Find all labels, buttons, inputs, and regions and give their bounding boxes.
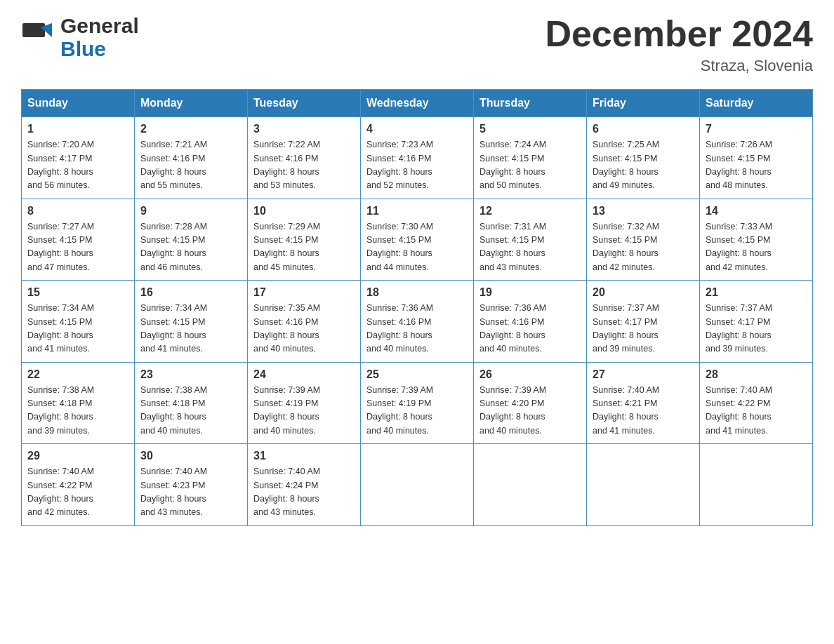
calendar-cell: 9 Sunrise: 7:28 AM Sunset: 4:15 PM Dayli… xyxy=(135,199,248,281)
day-info: Sunrise: 7:31 AM Sunset: 4:15 PM Dayligh… xyxy=(479,220,581,275)
calendar-cell: 10 Sunrise: 7:29 AM Sunset: 4:15 PM Dayl… xyxy=(248,199,361,281)
calendar-header-row: Sunday Monday Tuesday Wednesday Thursday… xyxy=(22,90,813,117)
day-info: Sunrise: 7:40 AM Sunset: 4:21 PM Dayligh… xyxy=(593,384,694,438)
header-friday: Friday xyxy=(587,90,700,117)
day-number: 15 xyxy=(27,286,128,299)
day-info: Sunrise: 7:37 AM Sunset: 4:17 PM Dayligh… xyxy=(706,302,807,356)
day-number: 30 xyxy=(140,450,241,462)
calendar-cell: 20 Sunrise: 7:37 AM Sunset: 4:17 PM Dayl… xyxy=(587,281,700,363)
day-number: 17 xyxy=(253,286,355,299)
day-info: Sunrise: 7:23 AM Sunset: 4:16 PM Dayligh… xyxy=(366,138,468,193)
calendar-cell xyxy=(361,444,474,526)
day-number: 31 xyxy=(253,450,355,462)
month-title: December 2024 xyxy=(545,14,813,54)
logo-icon xyxy=(21,18,60,57)
day-info: Sunrise: 7:39 AM Sunset: 4:19 PM Dayligh… xyxy=(366,384,468,438)
day-number: 7 xyxy=(706,123,807,135)
day-info: Sunrise: 7:38 AM Sunset: 4:18 PM Dayligh… xyxy=(27,384,128,438)
header-tuesday: Tuesday xyxy=(248,90,361,117)
day-number: 18 xyxy=(366,286,468,299)
calendar-cell: 26 Sunrise: 7:39 AM Sunset: 4:20 PM Dayl… xyxy=(474,362,587,444)
day-number: 29 xyxy=(27,450,128,462)
day-info: Sunrise: 7:30 AM Sunset: 4:15 PM Dayligh… xyxy=(366,220,468,275)
calendar-cell xyxy=(474,444,587,526)
calendar-cell xyxy=(587,444,700,526)
day-number: 20 xyxy=(593,286,694,299)
calendar-cell: 31 Sunrise: 7:40 AM Sunset: 4:24 PM Dayl… xyxy=(248,444,361,526)
calendar-table: Sunday Monday Tuesday Wednesday Thursday… xyxy=(21,89,813,526)
calendar-cell: 6 Sunrise: 7:25 AM Sunset: 4:15 PM Dayli… xyxy=(587,117,700,199)
calendar-cell: 14 Sunrise: 7:33 AM Sunset: 4:15 PM Dayl… xyxy=(700,199,813,281)
day-info: Sunrise: 7:40 AM Sunset: 4:22 PM Dayligh… xyxy=(706,384,807,438)
calendar-cell: 21 Sunrise: 7:37 AM Sunset: 4:17 PM Dayl… xyxy=(700,281,813,363)
calendar-cell: 8 Sunrise: 7:27 AM Sunset: 4:15 PM Dayli… xyxy=(22,199,135,281)
calendar-cell xyxy=(700,444,813,526)
day-info: Sunrise: 7:39 AM Sunset: 4:19 PM Dayligh… xyxy=(253,384,355,438)
calendar-cell: 5 Sunrise: 7:24 AM Sunset: 4:15 PM Dayli… xyxy=(474,117,587,199)
calendar-cell: 7 Sunrise: 7:26 AM Sunset: 4:15 PM Dayli… xyxy=(700,117,813,199)
week-row-5: 29 Sunrise: 7:40 AM Sunset: 4:22 PM Dayl… xyxy=(22,444,813,526)
day-number: 27 xyxy=(593,368,694,381)
day-number: 16 xyxy=(140,286,241,299)
day-number: 25 xyxy=(366,368,468,381)
calendar-cell: 23 Sunrise: 7:38 AM Sunset: 4:18 PM Dayl… xyxy=(135,362,248,444)
calendar-cell: 13 Sunrise: 7:32 AM Sunset: 4:15 PM Dayl… xyxy=(587,199,700,281)
calendar-cell: 29 Sunrise: 7:40 AM Sunset: 4:22 PM Dayl… xyxy=(22,444,135,526)
day-info: Sunrise: 7:35 AM Sunset: 4:16 PM Dayligh… xyxy=(253,302,355,356)
logo-blue-text: Blue xyxy=(60,37,139,60)
day-number: 2 xyxy=(140,123,241,135)
location-subtitle: Straza, Slovenia xyxy=(545,57,813,75)
header-saturday: Saturday xyxy=(700,90,813,117)
calendar-cell: 18 Sunrise: 7:36 AM Sunset: 4:16 PM Dayl… xyxy=(361,281,474,363)
day-number: 26 xyxy=(479,368,581,381)
title-section: December 2024 Straza, Slovenia xyxy=(545,14,813,75)
calendar-cell: 16 Sunrise: 7:34 AM Sunset: 4:15 PM Dayl… xyxy=(135,281,248,363)
calendar-cell: 28 Sunrise: 7:40 AM Sunset: 4:22 PM Dayl… xyxy=(700,362,813,444)
day-number: 10 xyxy=(253,205,355,217)
day-number: 12 xyxy=(479,205,581,217)
calendar-cell: 11 Sunrise: 7:30 AM Sunset: 4:15 PM Dayl… xyxy=(361,199,474,281)
day-number: 19 xyxy=(479,286,581,299)
day-info: Sunrise: 7:39 AM Sunset: 4:20 PM Dayligh… xyxy=(479,384,581,438)
day-number: 14 xyxy=(706,205,807,217)
calendar-cell: 4 Sunrise: 7:23 AM Sunset: 4:16 PM Dayli… xyxy=(361,117,474,199)
logo-text-group: General Blue xyxy=(60,14,139,60)
calendar-cell: 1 Sunrise: 7:20 AM Sunset: 4:17 PM Dayli… xyxy=(22,117,135,199)
day-info: Sunrise: 7:34 AM Sunset: 4:15 PM Dayligh… xyxy=(27,302,128,356)
day-info: Sunrise: 7:26 AM Sunset: 4:15 PM Dayligh… xyxy=(706,138,807,193)
day-info: Sunrise: 7:34 AM Sunset: 4:15 PM Dayligh… xyxy=(140,302,241,356)
day-info: Sunrise: 7:40 AM Sunset: 4:24 PM Dayligh… xyxy=(253,465,355,520)
day-info: Sunrise: 7:25 AM Sunset: 4:15 PM Dayligh… xyxy=(593,138,694,193)
day-info: Sunrise: 7:37 AM Sunset: 4:17 PM Dayligh… xyxy=(593,302,694,356)
week-row-3: 15 Sunrise: 7:34 AM Sunset: 4:15 PM Dayl… xyxy=(22,281,813,363)
logo: General Blue xyxy=(21,14,139,60)
day-info: Sunrise: 7:40 AM Sunset: 4:22 PM Dayligh… xyxy=(27,465,128,520)
logo-general-text: General xyxy=(60,14,139,37)
day-number: 3 xyxy=(253,123,355,135)
header-sunday: Sunday xyxy=(22,90,135,117)
calendar-cell: 2 Sunrise: 7:21 AM Sunset: 4:16 PM Dayli… xyxy=(135,117,248,199)
day-info: Sunrise: 7:21 AM Sunset: 4:16 PM Dayligh… xyxy=(140,138,241,193)
day-info: Sunrise: 7:36 AM Sunset: 4:16 PM Dayligh… xyxy=(479,302,581,356)
day-number: 5 xyxy=(479,123,581,135)
calendar-cell: 30 Sunrise: 7:40 AM Sunset: 4:23 PM Dayl… xyxy=(135,444,248,526)
week-row-4: 22 Sunrise: 7:38 AM Sunset: 4:18 PM Dayl… xyxy=(22,362,813,444)
calendar-cell: 15 Sunrise: 7:34 AM Sunset: 4:15 PM Dayl… xyxy=(22,281,135,363)
calendar-cell: 22 Sunrise: 7:38 AM Sunset: 4:18 PM Dayl… xyxy=(22,362,135,444)
day-info: Sunrise: 7:33 AM Sunset: 4:15 PM Dayligh… xyxy=(706,220,807,275)
day-number: 24 xyxy=(253,368,355,381)
day-info: Sunrise: 7:38 AM Sunset: 4:18 PM Dayligh… xyxy=(140,384,241,438)
page-header: General Blue December 2024 Straza, Slove… xyxy=(21,14,813,75)
day-info: Sunrise: 7:32 AM Sunset: 4:15 PM Dayligh… xyxy=(593,220,694,275)
day-number: 1 xyxy=(27,123,128,135)
day-info: Sunrise: 7:36 AM Sunset: 4:16 PM Dayligh… xyxy=(366,302,468,356)
day-number: 4 xyxy=(366,123,468,135)
day-number: 22 xyxy=(27,368,128,381)
day-info: Sunrise: 7:20 AM Sunset: 4:17 PM Dayligh… xyxy=(27,138,128,193)
calendar-cell: 27 Sunrise: 7:40 AM Sunset: 4:21 PM Dayl… xyxy=(587,362,700,444)
calendar-cell: 25 Sunrise: 7:39 AM Sunset: 4:19 PM Dayl… xyxy=(361,362,474,444)
day-number: 6 xyxy=(593,123,694,135)
svg-rect-0 xyxy=(22,23,45,37)
week-row-1: 1 Sunrise: 7:20 AM Sunset: 4:17 PM Dayli… xyxy=(22,117,813,199)
day-info: Sunrise: 7:29 AM Sunset: 4:15 PM Dayligh… xyxy=(253,220,355,275)
